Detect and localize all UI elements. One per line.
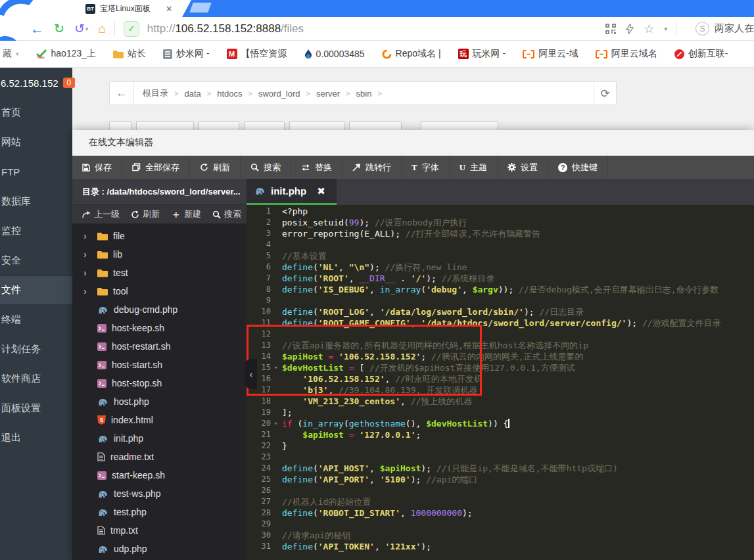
sidebar-item-网站[interactable]: 网站 [0, 128, 72, 157]
fold-arrow-icon[interactable]: ▾ [271, 418, 281, 429]
code-line[interactable]: 25define('API_PORT', '5100'); //api的端口 [247, 474, 754, 485]
editor-toolbar-saveall-button[interactable]: 全部保存 [122, 156, 190, 179]
undo-group[interactable]: ↺ ▾ [64, 22, 88, 35]
editor-tab-init-php[interactable]: init.php ✖ [247, 179, 337, 205]
code-line[interactable]: 20▾if (in_array(gethostname(), $devHostL… [247, 418, 754, 429]
bookmark-item[interactable]: 0.00003485 [304, 49, 365, 59]
fold-arrow-icon[interactable]: ▾ [271, 362, 281, 373]
breadcrumb-segment[interactable]: data [184, 89, 200, 99]
message-badge[interactable]: 0 [63, 78, 76, 88]
bookmark-item[interactable]: 炒米网 - [163, 48, 210, 60]
clipped-toolbar-button[interactable] [421, 121, 498, 130]
breadcrumb-segment[interactable]: sbin [356, 89, 372, 99]
code-line[interactable]: 8define('IS_DEBUG', in_array('debug', $a… [247, 284, 754, 295]
browser-tab[interactable]: BT 宝塔Linux面板 ✕ [85, 1, 173, 16]
sidebar-item-计划任务[interactable]: 计划任务 [0, 335, 72, 364]
tree-item-host-restart.sh[interactable]: host-restart.sh [72, 337, 247, 356]
sidebar-item-退出[interactable]: 退出 [0, 423, 72, 453]
editor-toolbar-gear-button[interactable]: 设置 [498, 156, 548, 179]
code-line[interactable]: 16 '106.52.158.152', //时永旺的本地开发机 [247, 373, 754, 385]
tree-item-index.html[interactable]: 5index.html [72, 411, 247, 429]
breadcrumb-segment[interactable]: sword_lord [258, 89, 300, 99]
tab-close-icon[interactable]: ✕ [166, 4, 173, 14]
code-line[interactable]: 23 [247, 452, 754, 463]
code-line[interactable]: 29 [247, 519, 754, 530]
back-icon[interactable]: ← [30, 22, 44, 35]
clipped-toolbar-button[interactable] [289, 121, 344, 130]
tree-action-search[interactable]: 搜索 [212, 208, 241, 220]
bookmark-item[interactable]: 阿里云-域 [523, 48, 578, 60]
code-line[interactable]: 31define('API_TOKEN', '121xx'); [247, 541, 754, 552]
favorite-star-icon[interactable]: ☆ [644, 22, 654, 36]
code-line[interactable]: 17 'bj3', //39.104.80.139, 开发联调机器 [247, 385, 754, 396]
clipped-toolbar-button[interactable] [244, 121, 285, 130]
tree-item-readme.txt[interactable]: readme.txt [72, 448, 247, 466]
code-line[interactable]: 26 [247, 485, 754, 496]
editor-tab-close-icon[interactable]: ✖ [317, 185, 325, 197]
bookmark-item[interactable]: 阿里云域名 [596, 48, 657, 60]
undo-icon[interactable]: ↺ [74, 22, 85, 35]
tree-item-host-start.sh[interactable]: host-start.sh [72, 356, 247, 374]
code-line[interactable]: 10define('ROOT_LOG', '/data/log/sword_lo… [247, 306, 754, 317]
code-line[interactable]: 24define('API_HOST', $apiHost); //(只能是ip… [247, 463, 754, 474]
code-line[interactable]: 18 'VM_213_230_centos', //预上线的机器 [247, 396, 754, 407]
star-caret-icon[interactable]: ▾ [664, 26, 667, 32]
sogou-s-icon[interactable]: S [695, 22, 709, 35]
sidebar-item-软件商店[interactable]: 软件商店 [0, 364, 72, 394]
sidebar-item-首页[interactable]: 首页 [0, 98, 72, 128]
breadcrumb-segment[interactable]: server [316, 89, 340, 99]
code-line[interactable]: 1<?php [247, 206, 754, 217]
clipped-toolbar-button[interactable] [136, 121, 194, 130]
news-widget-text[interactable]: 两家人在 [715, 22, 754, 35]
tree-item-test[interactable]: ›test [72, 264, 247, 282]
breadcrumb-refresh-icon[interactable]: ⟳ [594, 82, 616, 105]
qrcode-icon[interactable] [605, 24, 616, 34]
sidebar-item-终端[interactable]: 终端 [0, 305, 72, 335]
tree-item-tmp.txt[interactable]: tmp.txt [72, 521, 247, 540]
code-line[interactable]: 11define('ROOT_GAME_CONFIG', '/data/htdo… [247, 317, 754, 329]
lightning-icon[interactable] [626, 24, 634, 34]
editor-toolbar-font-button[interactable]: T字体 [402, 156, 450, 179]
server-ip-header[interactable]: 6.52.158.152 0 [0, 68, 72, 98]
code-line[interactable]: 27//机器人id的起始位置 [247, 496, 754, 507]
bookmark-item[interactable]: haohao123_上 [36, 48, 97, 60]
code-line[interactable]: 19]; [247, 407, 754, 418]
sidebar-item-监控[interactable]: 监控 [0, 216, 72, 246]
bookmark-item[interactable]: Repo域名 | [382, 48, 441, 60]
tree-item-host-keep.sh[interactable]: host-keep.sh [72, 319, 247, 337]
bookmark-item[interactable]: M【悟空资源 [227, 48, 287, 60]
tree-item-udp.php[interactable]: udp.php [72, 540, 247, 558]
new-tab-button[interactable] [189, 3, 211, 12]
tree-item-host.php[interactable]: host.php [72, 392, 247, 411]
editor-toolbar-hotkey-button[interactable]: ?快捷键 [548, 156, 608, 179]
breadcrumb-back-icon[interactable]: ← [110, 82, 134, 105]
bookmark-item[interactable]: 站长 [113, 48, 146, 60]
code-line[interactable]: 3error_reporting(E_ALL); //打开全部错误,不允许有隐藏… [247, 228, 754, 239]
code-line[interactable]: 14$apiHost = '106.52.158.152'; //腾讯云的内网的… [247, 351, 754, 362]
code-line[interactable]: 15▾$devHostList = [ //开发机的$apiHost直接使用12… [247, 362, 754, 373]
code-line[interactable]: 12 [247, 329, 754, 340]
tree-item-file[interactable]: ›file [72, 227, 247, 245]
clipped-toolbar-button[interactable] [199, 121, 239, 130]
security-shield-icon[interactable]: ✓ [124, 21, 139, 37]
breadcrumb-segment[interactable]: htdocs [217, 89, 242, 99]
code-line[interactable]: 22} [247, 440, 754, 452]
code-line[interactable]: 5//基本设置 [247, 250, 754, 262]
sidebar-item-数据库[interactable]: 数据库 [0, 187, 72, 216]
editor-toolbar-refresh-button[interactable]: 刷新 [190, 156, 241, 179]
url-text[interactable]: http://106.52.158.152:8888/files [147, 22, 304, 35]
undo-caret-icon[interactable]: ▾ [85, 26, 89, 32]
panel-collapse-handle[interactable]: ‹ [245, 359, 257, 389]
sidebar-item-FTP[interactable]: FTP [0, 157, 72, 187]
bookmark-item[interactable]: 创新互联- [674, 48, 728, 60]
editor-toolbar-save-button[interactable]: 保存 [72, 156, 122, 179]
bookmark-item[interactable]: 玩玩米网 - [458, 48, 506, 60]
code-line[interactable]: 13//设置api服务器的,所有机器使用同样的代码,根据主机host名称选择不同… [247, 340, 754, 351]
code-line[interactable]: 30//请求api的秘钥 [247, 530, 754, 541]
reload-icon[interactable]: ↻ [54, 22, 64, 35]
tree-action-refresh[interactable]: 刷新 [131, 208, 160, 220]
tree-item-host-stop.sh[interactable]: host-stop.sh [72, 374, 247, 392]
editor-toolbar-search-button[interactable]: 搜索 [241, 156, 291, 179]
code-line[interactable]: 6define('NL', "\n"); //换行符,new line [247, 262, 754, 273]
editor-toolbar-goto-button[interactable]: 跳转行 [342, 156, 402, 179]
